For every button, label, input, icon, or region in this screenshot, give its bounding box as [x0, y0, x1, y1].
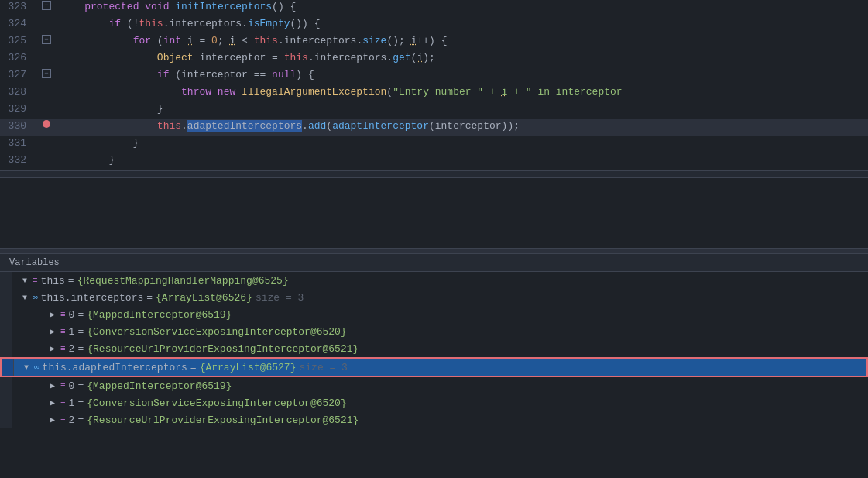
var-row-interceptors-0[interactable]: ≡ 0 = {MappedInterceptor@6519} — [0, 306, 868, 323]
code-line-332: 332 } — [0, 153, 868, 170]
code-line-323: 323 − protected void initInterceptors() … — [0, 0, 868, 17]
code-line-328: 328 throw new IllegalArgumentException("… — [0, 85, 868, 102]
side-gutter-8 — [0, 394, 12, 411]
fold-icon-323[interactable]: − — [42, 1, 51, 10]
side-gutter-4 — [0, 323, 12, 340]
side-gutter-5 — [0, 340, 12, 357]
expand-interceptors[interactable] — [19, 291, 31, 304]
code-content-324: if (!this.interceptors.isEmpty()) { — [54, 18, 868, 29]
expand-interceptors-2[interactable] — [46, 342, 59, 355]
gutter-330 — [39, 120, 54, 128]
code-content-332: } — [54, 154, 868, 166]
var-type-1: ≡ — [60, 327, 66, 336]
var-eq-i0: = — [77, 309, 84, 321]
var-row-adapted-1[interactable]: ≡ 1 = {ConversionServiceExposingIntercep… — [0, 394, 868, 411]
var-val-i0: {MappedInterceptor@6519} — [87, 309, 232, 321]
app-root: 323 − protected void initInterceptors() … — [0, 0, 868, 470]
line-number-323: 323 — [0, 1, 39, 12]
var-row-interceptors-2[interactable]: ≡ 2 = {ResourceUrlProviderExposingInterc… — [0, 340, 868, 357]
expand-interceptors-0[interactable] — [46, 308, 59, 321]
side-gutter-9 — [0, 411, 12, 428]
var-type-0: ≡ — [60, 310, 66, 319]
var-row-interceptors[interactable]: ∞ this.interceptors = {ArrayList@6526} s… — [0, 289, 868, 306]
expand-adapted-2[interactable] — [46, 414, 59, 426]
variables-tab[interactable]: Variables — [9, 257, 60, 268]
code-line-329: 329 } — [0, 102, 868, 119]
code-line-331: 331 } — [0, 136, 868, 153]
code-line-325: 325 − for (int i = 0; i < this.intercept… — [0, 34, 868, 51]
code-line-327: 327 − if (interceptor == null) { — [0, 68, 868, 85]
line-number-324: 324 — [0, 18, 39, 29]
gutter-325: − — [39, 35, 54, 44]
var-type-a0: ≡ — [60, 381, 66, 390]
side-gutter-6 — [2, 359, 14, 376]
line-number-332: 332 — [0, 154, 39, 166]
line-number-326: 326 — [0, 52, 39, 64]
var-val-a0: {MappedInterceptor@6519} — [87, 380, 232, 392]
var-eq-this: = — [68, 275, 74, 287]
var-type-a1: ≡ — [60, 398, 66, 408]
code-line-326: 326 Object interceptor = this.intercepto… — [0, 51, 868, 68]
var-row-this[interactable]: ≡ this = {RequestMappingHandlerMapping@6… — [0, 272, 868, 289]
code-editor: 323 − protected void initInterceptors() … — [0, 0, 868, 248]
code-content-328: throw new IllegalArgumentException("Entr… — [54, 86, 868, 98]
expand-this[interactable] — [19, 274, 31, 287]
var-meta-interceptors: size = 3 — [256, 292, 304, 304]
var-eq-a2: = — [77, 414, 84, 426]
fold-icon-325[interactable]: − — [42, 35, 51, 44]
var-eq-a0: = — [77, 380, 84, 392]
line-number-327: 327 — [0, 69, 39, 81]
var-row-adapted[interactable]: ∞ this.adaptedInterceptors = {ArrayList@… — [0, 357, 868, 377]
line-number-331: 331 — [0, 137, 39, 149]
code-content-331: } — [54, 137, 868, 149]
var-row-interceptors-1[interactable]: ≡ 1 = {ConversionServiceExposingIntercep… — [0, 323, 868, 340]
variable-tree: ≡ this = {RequestMappingHandlerMapping@6… — [0, 272, 868, 468]
line-number-328: 328 — [0, 86, 39, 98]
var-name-i1: 1 — [69, 326, 75, 338]
panel-divider[interactable] — [0, 248, 868, 254]
var-type-a2: ≡ — [60, 415, 66, 425]
code-content-326: Object interceptor = this.interceptors.g… — [54, 52, 868, 64]
var-eq-interceptors: = — [146, 292, 153, 304]
var-val-a1: {ConversionServiceExposingInterceptor@65… — [87, 397, 346, 409]
var-name-interceptors: this.interceptors — [41, 292, 144, 304]
var-val-i2: {ResourceUrlProviderExposingInterceptor@… — [87, 343, 359, 355]
code-content-323: protected void initInterceptors() { — [54, 1, 868, 12]
expand-interceptors-1[interactable] — [46, 325, 59, 338]
var-name-this: this — [41, 275, 65, 287]
gutter-327: − — [39, 69, 54, 78]
var-row-adapted-0[interactable]: ≡ 0 = {MappedInterceptor@6519} — [0, 377, 868, 394]
var-val-this: {RequestMappingHandlerMapping@6525} — [77, 275, 289, 287]
line-number-330: 330 — [0, 120, 39, 132]
code-content-327: if (interceptor == null) { — [54, 69, 868, 81]
horizontal-scrollbar[interactable] — [0, 170, 868, 178]
var-name-adapted: this.adaptedInterceptors — [43, 362, 187, 373]
var-type-this: ≡ — [33, 276, 38, 285]
code-content-325: for (int i = 0; i < this.interceptors.si… — [54, 35, 868, 46]
var-meta-adapted: size = 3 — [299, 362, 347, 373]
panel-header: Variables — [0, 254, 868, 272]
line-number-325: 325 — [0, 35, 39, 46]
expand-adapted[interactable] — [20, 361, 33, 373]
breakpoint-330[interactable] — [43, 120, 50, 128]
var-eq-i1: = — [77, 326, 84, 338]
line-number-329: 329 — [0, 103, 39, 115]
var-eq-i2: = — [77, 343, 84, 355]
var-val-i1: {ConversionServiceExposingInterceptor@65… — [87, 326, 346, 338]
var-type-interceptors: ∞ — [33, 293, 38, 302]
fold-icon-327[interactable]: − — [42, 69, 51, 78]
var-name-a0: 0 — [69, 380, 75, 392]
code-line-330: 330 this.adaptedInterceptors.add(adaptIn… — [0, 119, 868, 136]
variables-panel: Variables ≡ this = {RequestMappingHandle… — [0, 254, 868, 470]
var-name-i2: 2 — [69, 343, 75, 355]
expand-adapted-1[interactable] — [46, 397, 59, 409]
var-type-2: ≡ — [60, 344, 66, 353]
var-val-a2: {ResourceUrlProviderExposingInterceptor@… — [87, 414, 359, 426]
var-type-adapted: ∞ — [34, 363, 39, 372]
var-val-adapted: {ArrayList@6527} — [200, 362, 297, 373]
expand-adapted-0[interactable] — [46, 380, 59, 392]
var-row-adapted-2[interactable]: ≡ 2 = {ResourceUrlProviderExposingInterc… — [0, 411, 868, 428]
var-eq-a1: = — [77, 397, 84, 409]
gutter-323: − — [39, 1, 54, 10]
side-gutter-3 — [0, 306, 12, 323]
